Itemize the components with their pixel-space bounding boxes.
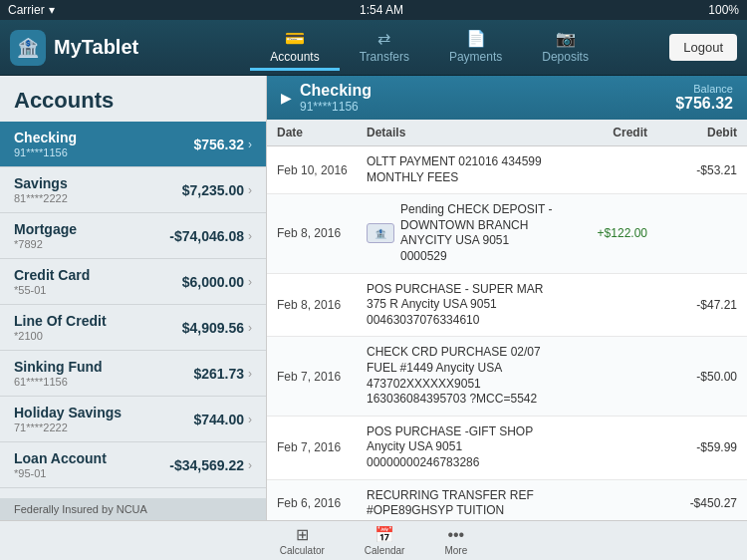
account-header-right: Balance $756.32 [675, 83, 733, 113]
status-bar: Carrier ▾ 1:54 AM 100% [0, 0, 747, 20]
table-row: Feb 7, 2016 CHECK CRD PURCHASE 02/07 FUE… [267, 337, 747, 416]
account-name: Mortgage [14, 221, 77, 237]
account-number: *55-01 [14, 284, 90, 296]
sidebar: Accounts Checking 91****1156 $756.32 › S… [0, 76, 267, 520]
nav-tab-payments[interactable]: 📄 Payments [429, 25, 522, 71]
account-balance-area: -$74,046.08 › [169, 228, 252, 244]
account-item-checking[interactable]: Checking 91****1156 $756.32 › [0, 122, 266, 167]
nav-tab-accounts[interactable]: 💳 Accounts [250, 25, 339, 71]
account-name: Sinking Fund [14, 359, 103, 375]
chevron-right-icon: › [248, 367, 252, 381]
app-logo-icon: 🏦 [10, 30, 46, 66]
nav-tab-transfers-label: Transfers [360, 50, 409, 64]
nav-tab-deposits[interactable]: 📷 Deposits [522, 25, 609, 71]
chevron-right-icon: › [248, 275, 252, 289]
calendar-bottom-icon: 📅 [374, 525, 394, 544]
deposits-nav-icon: 📷 [556, 29, 576, 48]
tx-date: Feb 10, 2016 [277, 163, 367, 177]
more-bottom-icon: ••• [447, 526, 464, 544]
transaction-rows: Feb 10, 2016 OLTT PAYMENT 021016 434599 … [267, 146, 747, 520]
tx-credit: +$122.00 [558, 226, 647, 240]
fdic-bar: Federally Insured by NCUA [0, 498, 266, 520]
expand-icon[interactable]: ▶ [281, 90, 292, 106]
account-number: *7892 [14, 238, 77, 250]
bottom-tab-label: More [444, 545, 467, 556]
transfers-nav-icon: ⇄ [377, 29, 390, 48]
account-balance: $756.32 [193, 137, 244, 152]
chevron-right-icon: › [248, 183, 252, 197]
main-layout: Accounts Checking 91****1156 $756.32 › S… [0, 76, 747, 520]
bottom-tab-more[interactable]: ••• More [444, 526, 467, 556]
app-name: MyTablet [54, 36, 138, 59]
account-item-holiday[interactable]: Holiday Savings 71****2222 $744.00 › [0, 397, 266, 442]
bottom-tab-calculator[interactable]: ⊞ Calculator [280, 525, 325, 556]
account-header: ▶ Checking 91****1156 Balance $756.32 [267, 76, 747, 120]
account-balance: $744.00 [193, 412, 244, 427]
account-item-savings[interactable]: Savings 81****2222 $7,235.00 › [0, 167, 266, 213]
tx-details: POS PURCHASE - SUPER MAR 375 R Anycity U… [367, 282, 558, 329]
account-balance: $261.73 [193, 366, 244, 382]
table-row: Feb 8, 2016 🏦Pending CHECK DEPOSIT - DOW… [267, 194, 747, 273]
tx-debit: -$50.00 [647, 370, 737, 384]
main-content: ▶ Checking 91****1156 Balance $756.32 Da… [267, 76, 747, 520]
payments-nav-icon: 📄 [466, 29, 486, 48]
account-number: *2100 [14, 330, 107, 342]
th-debit: Debit [647, 126, 737, 140]
bottom-tab-calendar[interactable]: 📅 Calendar [365, 525, 405, 556]
account-list: Checking 91****1156 $756.32 › Savings 81… [0, 122, 266, 498]
account-number: 71****2222 [14, 421, 122, 433]
logo-area: 🏦 MyTablet [10, 30, 189, 66]
status-bar-left: Carrier ▾ [8, 3, 55, 17]
table-row: Feb 6, 2016 RECURRING TRANSFER REF #OPE8… [267, 480, 747, 521]
account-item-sinking[interactable]: Sinking Fund 61****1156 $261.73 › [0, 351, 266, 397]
account-item-info: Loan Account *95-01 [14, 450, 107, 479]
chevron-right-icon: › [248, 413, 252, 426]
balance-label: Balance [675, 83, 733, 95]
account-item-loc[interactable]: Line Of Credit *2100 $4,909.56 › [0, 305, 266, 351]
account-number: 91****1156 [14, 146, 77, 158]
th-date: Date [277, 126, 367, 140]
account-balance-area: -$34,569.22 › [169, 457, 252, 473]
sidebar-title: Accounts [0, 76, 266, 122]
account-item-loan[interactable]: Loan Account *95-01 -$34,569.22 › [0, 442, 266, 488]
account-item-mortgage[interactable]: Mortgage *7892 -$74,046.08 › [0, 213, 266, 259]
account-header-left: ▶ Checking 91****1156 [281, 82, 372, 114]
th-credit: Credit [558, 126, 647, 140]
chevron-right-icon: › [248, 138, 252, 151]
tx-details: CHECK CRD PURCHASE 02/07 FUEL #1449 Anyc… [367, 345, 558, 407]
account-item-credit-card[interactable]: Credit Card *55-01 $6,000.00 › [0, 259, 266, 305]
table-header: Date Details Credit Debit [267, 120, 747, 146]
status-bar-time: 1:54 AM [360, 3, 403, 17]
account-number: 81****2222 [14, 192, 68, 204]
account-number: *95-01 [14, 467, 107, 479]
th-details: Details [367, 126, 558, 140]
bottom-tab-label: Calculator [280, 545, 325, 556]
tx-details: 🏦Pending CHECK DEPOSIT - DOWNTOWN BRANCH… [367, 202, 558, 264]
status-bar-right: 100% [708, 3, 739, 17]
header: 🏦 MyTablet 💳 Accounts ⇄ Transfers 📄 Paym… [0, 20, 747, 76]
table-row: Feb 10, 2016 OLTT PAYMENT 021016 434599 … [267, 146, 747, 194]
tx-debit: -$59.99 [647, 440, 737, 454]
bottom-bar: ⊞ Calculator 📅 Calendar ••• More [0, 520, 747, 560]
account-balance-area: $756.32 › [193, 137, 252, 152]
tx-debit: -$47.21 [647, 298, 737, 312]
account-header-name: Checking [300, 82, 372, 100]
account-number: 61****1156 [14, 376, 103, 388]
transactions-table: Date Details Credit Debit Feb 10, 2016 O… [267, 120, 747, 520]
account-balance: $7,235.00 [182, 182, 244, 198]
account-item-info: Mortgage *7892 [14, 221, 77, 250]
account-name: Credit Card [14, 267, 90, 283]
tx-details: RECURRING TRANSFER REF #OPE89GHSYP TUITI… [367, 488, 558, 519]
account-name: Savings [14, 175, 68, 191]
account-balance-area: $744.00 › [193, 412, 252, 427]
chevron-right-icon: › [248, 458, 252, 472]
balance-amount: $756.32 [675, 95, 733, 113]
account-item-info: Sinking Fund 61****1156 [14, 359, 103, 388]
logout-button[interactable]: Logout [669, 34, 737, 61]
account-balance-area: $6,000.00 › [182, 274, 252, 290]
battery-label: 100% [708, 3, 739, 17]
nav-tabs: 💳 Accounts ⇄ Transfers 📄 Payments 📷 Depo… [189, 25, 669, 71]
account-item-info: Credit Card *55-01 [14, 267, 90, 296]
account-item-info: Line Of Credit *2100 [14, 313, 107, 342]
nav-tab-transfers[interactable]: ⇄ Transfers [340, 25, 429, 71]
